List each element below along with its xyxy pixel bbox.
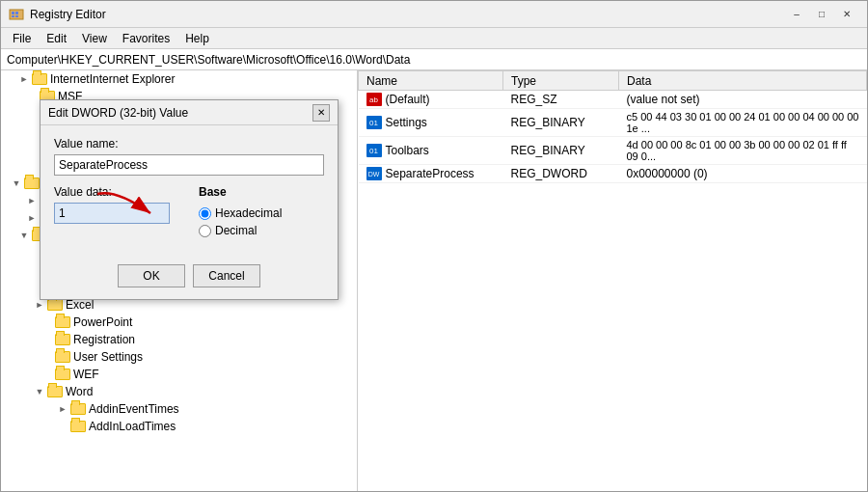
folder-icon: [55, 316, 70, 328]
tree-arrow: ▼: [9, 176, 24, 191]
menu-edit[interactable]: Edit: [39, 30, 74, 47]
tree-item-addin-event-times[interactable]: ► AddinEventTimes: [1, 400, 357, 418]
row-name: 01 Settings: [359, 109, 503, 137]
title-bar-controls: – □ ✕: [784, 5, 859, 24]
tree-item-internet-explorer[interactable]: ► InternetInternet Explorer: [1, 70, 357, 88]
tree-item-user-settings[interactable]: ► User Settings: [1, 348, 357, 366]
hexadecimal-label: Hexadecimal: [215, 206, 282, 220]
title-bar-text: Registry Editor: [30, 8, 106, 21]
registry-editor-window: Registry Editor – □ ✕ File Edit View Fav…: [0, 0, 868, 492]
tree-item-wef[interactable]: ► WEF: [1, 366, 357, 383]
tree-label: AddinEventTimes: [89, 402, 179, 416]
app-icon: [9, 7, 24, 22]
value-data-label: Value data:: [54, 185, 170, 199]
row-type: REG_BINARY: [503, 109, 619, 137]
row-data: 0x00000000 (0): [619, 165, 867, 183]
hexadecimal-radio[interactable]: [199, 207, 211, 220]
value-name-label: Value name:: [54, 137, 324, 150]
tree-label: Word: [66, 385, 93, 398]
tree-item-powerpoint[interactable]: ► PowerPoint: [1, 314, 357, 331]
value-name-input[interactable]: [54, 154, 324, 176]
folder-icon: [55, 334, 70, 345]
tree-label: AddInLoadTimes: [89, 420, 176, 433]
title-bar: Registry Editor – □ ✕: [1, 1, 867, 28]
value-data-input[interactable]: [54, 203, 170, 224]
folder-icon: [70, 421, 86, 432]
folder-icon: [47, 386, 63, 397]
hexadecimal-option[interactable]: Hexadecimal: [199, 206, 282, 220]
reg-binary-icon: 01: [366, 116, 382, 129]
folder-icon: [47, 299, 63, 311]
tree-arrow: ►: [24, 193, 40, 208]
reg-binary-icon: 01: [366, 144, 382, 157]
reg-icon-cell: 01 Settings: [366, 116, 496, 129]
tree-item-word[interactable]: ▼ Word: [1, 383, 357, 400]
tree-label: WEF: [73, 368, 99, 381]
decimal-label: Decimal: [215, 224, 257, 237]
menu-file[interactable]: File: [5, 30, 39, 47]
registry-table: Name Type Data ab (Default) REG_SZ: [358, 70, 867, 183]
col-header-type: Type: [503, 71, 619, 91]
tree-panel: ► InternetInternet Explorer ► MSF ► Mult…: [1, 70, 358, 491]
tree-arrow: ►: [16, 71, 32, 87]
col-header-name: Name: [359, 71, 503, 91]
tree-item-registration[interactable]: ► Registration: [1, 331, 357, 348]
edit-dword-dialog: Edit DWORD (32-bit) Value ✕ Value name: …: [40, 99, 339, 300]
folder-icon: [55, 369, 70, 380]
row-type: REG_SZ: [503, 91, 619, 109]
reg-dword-icon: DW: [366, 167, 382, 180]
row-name: ab (Default): [359, 91, 503, 109]
minimize-button[interactable]: –: [784, 5, 809, 24]
dialog-title-bar: Edit DWORD (32-bit) Value ✕: [41, 100, 338, 125]
table-row[interactable]: 01 Settings REG_BINARY c5 00 44 03 30 01…: [359, 109, 867, 137]
menu-help[interactable]: Help: [177, 30, 217, 47]
decimal-option[interactable]: Decimal: [199, 224, 282, 237]
dialog-footer: OK Cancel: [41, 259, 338, 299]
table-row[interactable]: 01 Toolbars REG_BINARY 4d 00 00 00 8c 01…: [359, 137, 867, 165]
menu-favorites[interactable]: Favorites: [115, 30, 177, 47]
dialog-body: Value name: Value data: Base: [41, 125, 338, 259]
svg-rect-4: [15, 15, 18, 17]
base-group: Base Hexadecimal Decimal: [199, 185, 282, 237]
reg-sz-icon: ab: [366, 93, 382, 106]
folder-icon: [24, 178, 40, 189]
menu-bar: File Edit View Favorites Help: [1, 28, 867, 49]
table-row[interactable]: DW SeparateProcess REG_DWORD 0x00000000 …: [359, 165, 867, 183]
row-name-text: Toolbars: [386, 144, 429, 157]
folder-icon: [55, 351, 70, 363]
reg-icon-cell: ab (Default): [366, 93, 496, 106]
value-data-group: Value data:: [54, 185, 170, 237]
row-name-text: Settings: [386, 116, 427, 129]
reg-icon-cell: DW SeparateProcess: [366, 167, 496, 180]
ok-button[interactable]: OK: [118, 264, 185, 287]
menu-view[interactable]: View: [74, 30, 115, 47]
dialog-title-text: Edit DWORD (32-bit) Value: [48, 106, 188, 120]
tree-label: PowerPoint: [73, 315, 132, 329]
tree-item-addin-load-times[interactable]: ► AddInLoadTimes: [1, 418, 357, 435]
tree-label: Registration: [73, 333, 135, 346]
dialog-close-button[interactable]: ✕: [312, 104, 330, 122]
address-bar: Computer\HKEY_CURRENT_USER\Software\Micr…: [1, 49, 867, 70]
tree-label: InternetInternet Explorer: [50, 72, 175, 86]
tree-arrow: ▼: [32, 384, 47, 399]
cancel-button[interactable]: Cancel: [193, 264, 260, 287]
row-name-text: (Default): [386, 93, 430, 106]
decimal-radio[interactable]: [199, 225, 211, 237]
maximize-button[interactable]: □: [809, 5, 834, 24]
registry-values-panel: Name Type Data ab (Default) REG_SZ: [358, 70, 867, 491]
dialog-value-row: Value data: Base Hexadecimal: [54, 185, 324, 237]
row-name: 01 Toolbars: [359, 137, 503, 165]
address-text: Computer\HKEY_CURRENT_USER\Software\Micr…: [7, 53, 410, 67]
table-row[interactable]: ab (Default) REG_SZ (value not set): [359, 91, 867, 109]
row-data: c5 00 44 03 30 01 00 00 24 01 00 00 04 0…: [619, 109, 867, 137]
tree-arrow: ►: [24, 210, 40, 226]
main-content: ► InternetInternet Explorer ► MSF ► Mult…: [1, 70, 867, 491]
svg-rect-1: [12, 12, 14, 14]
row-data: (value not set): [619, 91, 867, 109]
tree-arrow: ►: [55, 401, 70, 417]
folder-icon: [32, 73, 47, 85]
svg-rect-3: [12, 15, 14, 17]
tree-arrow: ▼: [16, 228, 32, 243]
close-button[interactable]: ✕: [834, 5, 859, 24]
row-name-text: SeparateProcess: [386, 167, 475, 180]
